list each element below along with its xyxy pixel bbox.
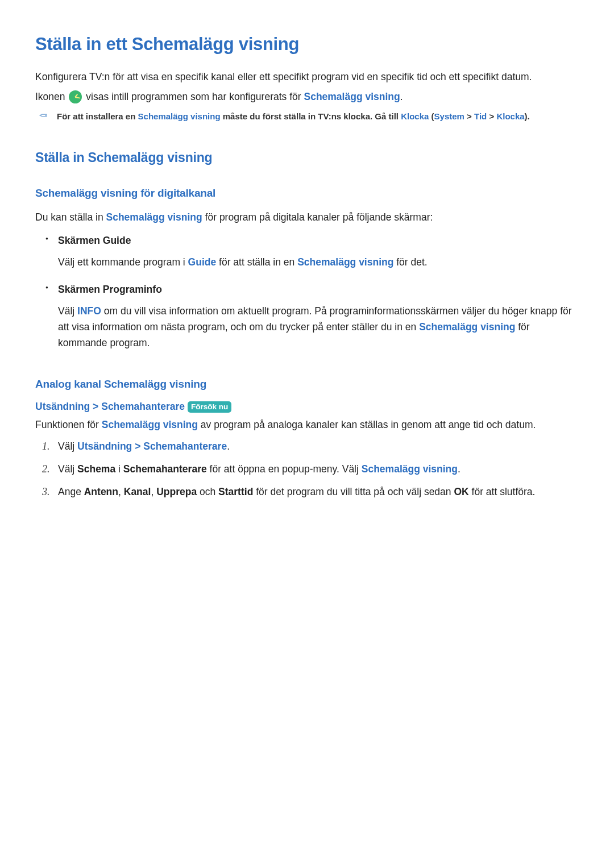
note-span: ). <box>525 111 530 121</box>
bold-label: Antenn <box>84 486 118 497</box>
system-link[interactable]: System <box>434 111 464 121</box>
step-item: Välj Schema i Schemahanterare för att öp… <box>58 461 579 477</box>
step-span: . <box>458 463 460 475</box>
note-text: För att installera en Schemalägg visning… <box>57 110 579 123</box>
guide-link[interactable]: Guide <box>188 256 217 268</box>
schemahanterare-link[interactable]: Schemahanterare <box>101 401 185 412</box>
klocka-link[interactable]: Klocka <box>496 111 524 121</box>
schedule-viewing-link[interactable]: Schemalägg visning <box>419 321 515 333</box>
intro-text: visas intill programmen som har konfigur… <box>86 91 304 102</box>
list-span: för att ställa in en <box>216 256 297 268</box>
page-title: Ställa in ett Schemalägg visning <box>35 34 579 55</box>
list-item-body: Välj ett kommande program i Guide för at… <box>58 254 579 270</box>
info-link[interactable]: INFO <box>77 305 101 317</box>
step-span: . <box>227 441 230 452</box>
schemahanterare-link[interactable]: Schemahanterare <box>143 441 227 452</box>
note-row: För att installera en Schemalägg visning… <box>40 110 579 123</box>
schedule-viewing-link[interactable]: Schemalägg visning <box>138 111 221 121</box>
nav-sep: > <box>90 401 101 412</box>
klocka-link[interactable]: Klocka <box>401 111 429 121</box>
step-span: Välj <box>58 441 77 452</box>
step-span: i <box>115 463 123 475</box>
try-now-badge[interactable]: Försök nu <box>188 401 231 413</box>
utsandning-link[interactable]: Utsändning <box>35 401 90 412</box>
note-sep: > <box>487 111 496 121</box>
step-span: Ange <box>58 486 84 497</box>
digital-intro: Du kan ställa in Schemalägg visning för … <box>35 210 579 226</box>
intro-paragraph-1: Konfigurera TV:n för att visa en specifi… <box>35 69 579 85</box>
utsandning-link[interactable]: Utsändning <box>77 441 132 452</box>
note-span: ( <box>429 111 434 121</box>
note-sep: > <box>464 111 474 121</box>
analog-steps: Välj Utsändning > Schemahanterare. Välj … <box>35 438 579 500</box>
list-item-head: Skärmen Guide <box>58 232 579 248</box>
step-sep: > <box>132 441 143 452</box>
step-span: för att slutföra. <box>469 486 536 497</box>
schedule-viewing-link[interactable]: Schemalägg visning <box>297 256 393 268</box>
pencil-icon <box>40 111 48 119</box>
subsection-heading-analog: Analog kanal Schemalägg visning <box>35 378 579 391</box>
step-span: , <box>118 486 124 497</box>
list-item: Skärmen Programinfo Välj INFO om du vill… <box>58 281 579 351</box>
digital-intro-span: för program på digitala kanaler på följa… <box>202 211 433 223</box>
intro-text: Ikonen <box>35 91 68 102</box>
note-span: För att installera en <box>57 111 138 121</box>
step-span: för att öppna en popup-meny. Välj <box>207 463 362 475</box>
bold-label: Upprepa <box>156 486 197 497</box>
list-item-head: Skärmen Programinfo <box>58 281 579 297</box>
step-span: , <box>151 486 156 497</box>
digital-intro-span: Du kan ställa in <box>35 211 106 223</box>
intro-text: . <box>400 91 403 102</box>
clock-icon <box>69 90 82 103</box>
list-span: Välj <box>58 305 77 317</box>
tid-link[interactable]: Tid <box>474 111 487 121</box>
note-span: måste du först ställa in TV:ns klocka. G… <box>221 111 401 121</box>
digital-list: Skärmen Guide Välj ett kommande program … <box>35 232 579 351</box>
step-span: Välj <box>58 463 77 475</box>
step-item: Ange Antenn, Kanal, Upprepa och Starttid… <box>58 484 579 500</box>
list-span: för det. <box>393 256 427 268</box>
schedule-viewing-link[interactable]: Schemalägg visning <box>106 211 202 223</box>
list-span: Välj ett kommande program i <box>58 256 188 268</box>
step-span: och <box>197 486 218 497</box>
bold-label: OK <box>454 486 468 497</box>
bold-label: Kanal <box>124 486 151 497</box>
step-item: Välj Utsändning > Schemahanterare. <box>58 438 579 454</box>
analog-intro-span: av program på analoga kanaler kan ställa… <box>198 419 536 430</box>
document-page: Ställa in ett Schemalägg visning Konfigu… <box>0 0 614 500</box>
step-span: för det program du vill titta på och väl… <box>253 486 454 497</box>
analog-intro-span: Funktionen för <box>35 419 102 430</box>
list-item-body: Välj INFO om du vill visa information om… <box>58 303 579 351</box>
schedule-viewing-link[interactable]: Schemalägg visning <box>102 419 198 430</box>
bold-label: Starttid <box>218 486 253 497</box>
schedule-viewing-link[interactable]: Schemalägg visning <box>304 91 400 102</box>
schedule-viewing-link[interactable]: Schemalägg visning <box>362 463 458 475</box>
bold-label: Schemahanterare <box>123 463 207 475</box>
section-heading: Ställa in Schemalägg visning <box>35 150 579 165</box>
bold-label: Schema <box>77 463 115 475</box>
nav-path: Utsändning > Schemahanterare Försök nu <box>35 401 579 413</box>
analog-intro: Funktionen för Schemalägg visning av pro… <box>35 417 579 433</box>
intro-paragraph-2: Ikonen visas intill programmen som har k… <box>35 89 579 105</box>
list-item: Skärmen Guide Välj ett kommande program … <box>58 232 579 270</box>
subsection-heading-digital: Schemalägg visning för digitalkanal <box>35 187 579 200</box>
